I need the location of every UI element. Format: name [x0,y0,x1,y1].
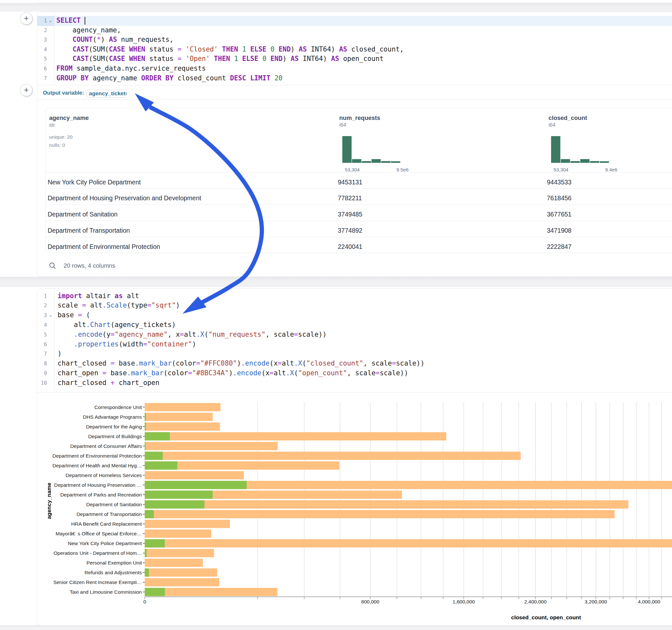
bar-open-count[interactable] [145,442,146,451]
code-line[interactable]: 5 .encode(y="agency_name", x=alt.X("num_… [37,330,672,340]
table-row[interactable]: New York City Police Department945313194… [46,173,672,189]
plus-icon: + [24,86,28,94]
code-line[interactable]: 5 CAST(SUM(CASE WHEN status = 'Open' THE… [37,54,672,64]
y-axis-label: Department of Sanitation [86,502,142,507]
code-line[interactable]: 2scale = alt.Scale(type="sqrt") [37,301,672,311]
bar-closed-count[interactable] [145,539,672,548]
code-line[interactable]: 3 COUNT(*) AS num_requests, [37,35,672,45]
bar-closed-count[interactable] [145,578,219,587]
bar-open-count[interactable] [145,452,163,460]
column-name[interactable]: closed_count [549,114,587,122]
python-code-editor[interactable]: 1import altair as alt2scale = alt.Scale(… [37,289,672,391]
bar-closed-count[interactable] [145,530,211,538]
bar-closed-count[interactable] [145,520,230,528]
table-cell: 2222847 [547,243,572,250]
altair-chart[interactable]: Correspondence UnitDHS Advantage Program… [37,392,672,627]
bar-closed-count[interactable] [145,452,521,460]
code-line[interactable]: 2 agency_name, [37,26,672,35]
table-cell: 7618456 [547,194,572,202]
line-number: 4 [37,45,47,54]
bar-closed-count[interactable] [145,442,278,451]
code-line[interactable]: 8chart_closed = base.mark_bar(color="#FF… [37,359,672,368]
bar-closed-count[interactable] [145,510,615,518]
table-row[interactable]: Department of Sanitation37494853677651 [46,205,672,221]
y-axis-label: Department of Environmental Protection [52,453,142,459]
code-line[interactable]: 7GROUP BY agency_name ORDER BY closed_co… [37,74,672,83]
search-icon[interactable] [49,262,56,269]
bar-open-count[interactable] [145,481,247,489]
code-line[interactable]: 1import altair as alt [37,291,672,301]
line-number: 3 [37,35,47,45]
add-cell-button[interactable]: + [20,84,32,96]
code-text: chart_closed = base.mark_bar(color="#FFC… [58,359,425,368]
table-row[interactable]: Department of Housing Preservation and D… [46,189,672,205]
table-row[interactable]: Department of Environmental Protection22… [46,237,672,253]
table-cell: Department of Transportation [48,227,130,234]
output-variable-label: Output variable: [43,90,84,96]
output-variable-chip[interactable]: agency_tickets [87,90,127,98]
add-cell-button[interactable]: + [20,12,32,25]
bar-open-count[interactable] [145,568,149,577]
fold-chevron-icon[interactable]: ⌄ [48,16,53,26]
table-cell: 3749485 [338,211,362,218]
code-text: scale = alt.Scale(type="sqrt") [58,301,180,311]
text-cursor [85,17,85,25]
code-text: import altair as alt [58,291,139,301]
code-line[interactable]: 4 CAST(SUM(CASE WHEN status = 'Closed' T… [37,45,672,54]
fold-chevron-icon[interactable]: ⌄ [48,311,53,320]
bar-closed-count[interactable] [145,422,220,431]
code-text: SELECT [56,16,85,26]
dataframe-table: agency_namestrunique: 20nulls: 0num_requ… [45,108,672,253]
bar-open-count[interactable] [145,500,205,509]
code-line[interactable]: 9chart_open = base.mark_bar(color="#8BC3… [37,368,672,378]
table-cell: 3471908 [547,227,572,234]
bar-open-count[interactable] [145,432,170,441]
bar-open-count[interactable] [145,539,165,548]
histogram-bar [600,162,609,163]
histogram-bar [571,161,580,163]
bar-open-count[interactable] [145,413,146,421]
bar-closed-count[interactable] [145,549,214,557]
code-line[interactable]: 1⌄SELECT [37,16,672,26]
column-name[interactable]: agency_name [49,114,89,122]
bar-open-count[interactable] [145,510,154,518]
line-number: 10 [37,378,47,388]
bar-open-count[interactable] [145,422,146,431]
notebook-page: + + 1⌄SELECT 2 agency_name,3 COUNT(*) AS… [0,0,672,630]
bar-closed-count[interactable] [145,568,217,577]
bar-closed-count[interactable] [145,559,203,567]
table-row-count[interactable]: 20 rows, 4 columns [64,262,115,269]
code-line[interactable]: 6 .properties(width="container") [37,340,672,349]
line-number: 2 [37,301,47,311]
code-line[interactable]: 4 alt.Chart(agency_tickets) [37,320,672,330]
line-number: 1 [37,16,47,26]
column-histogram[interactable] [551,136,609,163]
bar-closed-count[interactable] [145,403,221,412]
bar-open-count[interactable] [145,461,178,470]
bar-closed-count[interactable] [145,500,628,509]
bar-open-count[interactable] [145,588,165,596]
line-number: 7 [37,349,47,359]
column-stat: nulls: 0 [49,142,65,148]
bar-open-count[interactable] [145,491,213,499]
line-number: 2 [37,26,47,35]
table-cell: 9443533 [547,178,572,186]
column-name[interactable]: num_requests [339,114,380,122]
code-line[interactable]: 6FROM sample_data.nyc.service_requests [37,64,672,74]
bar-closed-count[interactable] [145,432,447,441]
column-histogram[interactable] [342,136,401,163]
code-line[interactable]: 7) [37,349,672,359]
y-axis-label: Department of Buildings [88,434,142,439]
bar-closed-count[interactable] [145,413,213,421]
sql-code-editor[interactable]: 1⌄SELECT 2 agency_name,3 COUNT(*) AS num… [37,12,672,85]
bar-closed-count[interactable] [145,471,244,480]
histogram-bar [391,162,400,163]
bar-open-count[interactable] [145,549,147,557]
code-line[interactable]: 3⌄base = ( [37,311,672,320]
line-number: 5 [37,54,47,64]
code-line[interactable]: 10chart_closed + chart_open [37,378,672,388]
column-type: str [49,122,55,128]
table-cell: 9453131 [338,178,362,186]
table-row[interactable]: Department of Transportation377489234719… [46,221,672,237]
hist-min-label: 53,304 [554,167,569,172]
